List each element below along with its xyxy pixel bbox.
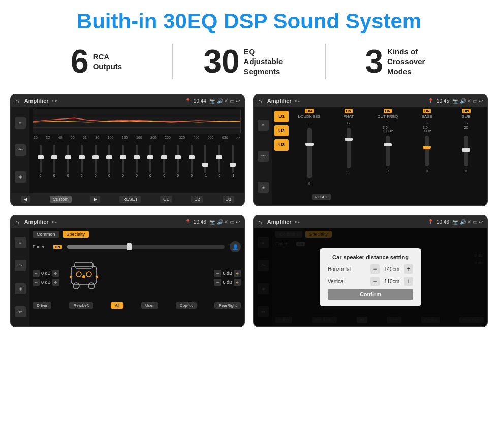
cross-left-channels: − 0 dB + − 0 dB + bbox=[33, 270, 59, 286]
cross-sidebar: ≡ 〜 ◈ ⇔ bbox=[11, 228, 29, 326]
cross-copilot-btn[interactable]: Copilot bbox=[176, 302, 197, 309]
cross-tab-specialty[interactable]: Specialty bbox=[63, 231, 89, 238]
dsp-cutfreq-label: CUT FREQ bbox=[378, 114, 398, 119]
dsp-u2-btn[interactable]: U2 bbox=[274, 125, 289, 136]
cross-user-btn[interactable]: User bbox=[141, 302, 158, 309]
dsp-reset-btn[interactable]: RESET bbox=[312, 194, 331, 200]
eq-sidebar-filter-icon[interactable]: ≡ bbox=[15, 117, 26, 129]
eq-u3-btn[interactable]: U3 bbox=[223, 196, 235, 203]
page-title: Buith-in 30EQ DSP Sound System bbox=[0, 0, 498, 39]
dsp-cutfreq-slider[interactable] bbox=[386, 136, 390, 166]
dsp-cutfreq-on[interactable]: ON bbox=[384, 109, 392, 113]
cross-ch2-plus[interactable]: + bbox=[52, 279, 59, 286]
cross-ch-row-3: − 0 dB + bbox=[214, 270, 241, 277]
eq-slider-6[interactable]: 0 bbox=[116, 145, 130, 177]
dialog-vertical-plus[interactable]: + bbox=[404, 277, 413, 286]
eq-freq-labels: 2532405063 80100125160200 25032040050063… bbox=[33, 136, 241, 140]
eq-slider-4[interactable]: 0 bbox=[88, 145, 102, 177]
dialog-overlay: Car speaker distance setting Horizontal … bbox=[254, 228, 487, 326]
cross-ch4-plus[interactable]: + bbox=[234, 279, 241, 286]
eq-slider-5[interactable]: 0 bbox=[102, 145, 116, 177]
dsp-topbar-title: Amplifier bbox=[267, 98, 292, 104]
dsp-loudness-label: LOUDNESS bbox=[298, 114, 321, 119]
cross-ch2-minus[interactable]: − bbox=[33, 279, 40, 286]
stat-divider-2 bbox=[325, 44, 326, 79]
dialog-horizontal-minus[interactable]: − bbox=[370, 264, 380, 274]
dialog-home-icon[interactable]: ⌂ bbox=[258, 218, 262, 226]
eq-slider-3[interactable]: 5 bbox=[75, 145, 88, 177]
eq-u1-btn[interactable]: U1 bbox=[160, 196, 172, 203]
eq-slider-12[interactable]: -1 bbox=[199, 145, 212, 177]
cross-ch1-minus[interactable]: − bbox=[33, 270, 40, 277]
cross-ch-row-2: − 0 dB + bbox=[33, 279, 59, 286]
dialog-vertical-minus[interactable]: − bbox=[370, 277, 380, 286]
eq-sidebar: ≡ 〜 ◈ bbox=[11, 107, 29, 193]
cross-sidebar-filter-icon[interactable]: ≡ bbox=[15, 237, 26, 248]
eq-graph bbox=[33, 109, 241, 134]
eq-slider-9[interactable]: 0 bbox=[158, 145, 171, 177]
cross-tab-common[interactable]: Common bbox=[33, 231, 59, 238]
dsp-u1-btn[interactable]: U1 bbox=[274, 111, 289, 122]
eq-slider-0[interactable]: 0 bbox=[34, 145, 47, 177]
eq-prev-btn[interactable]: ◀ bbox=[21, 196, 30, 203]
eq-u2-btn[interactable]: U2 bbox=[191, 196, 203, 203]
dsp-phat-slider[interactable] bbox=[347, 128, 351, 168]
dsp-sub-slider[interactable] bbox=[464, 136, 468, 166]
cross-topbar-time: 10:46 bbox=[194, 219, 206, 225]
dsp-sidebar-filter-icon[interactable]: ≡ bbox=[258, 120, 269, 131]
cross-driver-btn[interactable]: Driver bbox=[33, 302, 51, 309]
screenshots-grid: ⌂ Amplifier ● ▶ 📍 10:44 📷 🔊 ✕ ▭ ↩ ≡ 〜 ◈ bbox=[0, 88, 498, 338]
dsp-bass-on[interactable]: ON bbox=[423, 109, 431, 113]
dsp-loudness-on[interactable]: ON bbox=[305, 109, 314, 113]
cross-sidebar-wave-icon[interactable]: 〜 bbox=[15, 260, 26, 271]
dsp-bass-slider[interactable] bbox=[425, 136, 429, 166]
eq-reset-btn[interactable]: RESET bbox=[119, 196, 141, 203]
cross-ch2-value: 0 dB bbox=[41, 280, 51, 285]
dsp-sidebar-wave-icon[interactable]: 〜 bbox=[258, 151, 269, 162]
cross-ch3-value: 0 dB bbox=[223, 271, 232, 276]
cross-fader-on[interactable]: ON bbox=[53, 245, 62, 249]
dsp-phat-on[interactable]: ON bbox=[345, 109, 353, 113]
eq-slider-11[interactable]: 0 bbox=[185, 145, 199, 177]
cross-ch3-minus[interactable]: − bbox=[214, 270, 221, 277]
eq-slider-10[interactable]: 0 bbox=[171, 145, 185, 177]
eq-slider-14[interactable]: -1 bbox=[226, 145, 240, 177]
eq-topbar-pin-icon: 📍 bbox=[185, 98, 191, 103]
dsp-home-icon[interactable]: ⌂ bbox=[258, 97, 262, 105]
dialog-horizontal-plus[interactable]: + bbox=[404, 264, 413, 274]
dsp-content: ≡ 〜 ◈ U1 U2 U3 ON LOUDNESS bbox=[254, 107, 487, 205]
dsp-u3-btn[interactable]: U3 bbox=[274, 139, 289, 151]
cross-sidebar-expand-icon[interactable]: ⇔ bbox=[15, 306, 26, 317]
dsp-main: U1 U2 U3 ON LOUDNESS ~ ~ bbox=[272, 107, 487, 205]
eq-sidebar-speaker-icon[interactable]: ◈ bbox=[15, 171, 26, 183]
cross-ch4-minus[interactable]: − bbox=[214, 279, 221, 286]
stat-crossover-label: Kinds ofCrossover Modes bbox=[387, 47, 438, 77]
dsp-sub-on[interactable]: ON bbox=[462, 109, 471, 113]
eq-sidebar-wave-icon[interactable]: 〜 bbox=[15, 144, 26, 156]
dialog-topbar-time: 10:46 bbox=[437, 219, 449, 225]
cross-home-icon[interactable]: ⌂ bbox=[15, 218, 19, 226]
eq-slider-1[interactable]: 0 bbox=[47, 145, 61, 177]
eq-device-screen: ⌂ Amplifier ● ▶ 📍 10:44 📷 🔊 ✕ ▭ ↩ ≡ 〜 ◈ bbox=[10, 94, 245, 206]
cross-ch3-plus[interactable]: + bbox=[234, 270, 241, 277]
eq-custom-btn[interactable]: Custom bbox=[50, 196, 72, 203]
cross-sidebar-speaker-icon[interactable]: ◈ bbox=[15, 283, 26, 294]
cross-profile-icon[interactable]: 👤 bbox=[230, 241, 241, 252]
eq-slider-7[interactable]: 0 bbox=[130, 145, 143, 177]
cross-ch1-plus[interactable]: + bbox=[52, 270, 59, 277]
dsp-topbar-pin-icon: 📍 bbox=[428, 98, 433, 103]
cross-all-btn[interactable]: All bbox=[111, 302, 123, 309]
dsp-loudness-slider[interactable] bbox=[307, 128, 312, 178]
eq-slider-2[interactable]: 0 bbox=[61, 145, 75, 177]
confirm-button[interactable]: Confirm bbox=[328, 289, 413, 300]
cross-car-diagram bbox=[64, 256, 210, 299]
eq-play-btn[interactable]: ▶ bbox=[90, 196, 100, 203]
eq-slider-8[interactable]: 0 bbox=[144, 145, 158, 177]
cross-rearright-btn[interactable]: RearRight bbox=[214, 302, 241, 309]
dsp-sidebar-speaker-icon[interactable]: ◈ bbox=[258, 182, 269, 193]
eq-slider-13[interactable]: 0 bbox=[212, 145, 226, 177]
cross-right-channels: − 0 dB + − 0 dB + bbox=[214, 270, 241, 286]
dsp-bass-label: BASS bbox=[422, 114, 432, 119]
eq-home-icon[interactable]: ⌂ bbox=[15, 97, 19, 105]
cross-rearleft-btn[interactable]: RearLeft bbox=[69, 302, 93, 309]
